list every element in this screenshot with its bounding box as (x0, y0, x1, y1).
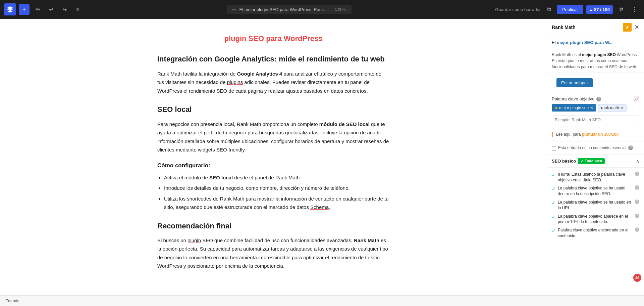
check-text-2: La palabra clave objetivo se ha usado de… (558, 185, 633, 197)
plugins-link[interactable]: plugins (227, 79, 243, 85)
check-help-4[interactable]: ? (635, 214, 639, 218)
geolocalizadas-link[interactable]: geolocalizadas (285, 130, 318, 135)
secondary-keyword-tag[interactable]: rank math ✕ (598, 104, 627, 112)
score-arrow: ▲ (589, 8, 593, 11)
toolbar: + ✏ ↩ ↪ ≡ ✏ El mejor plugin SEO para Wor… (0, 0, 644, 19)
edit-snippet-section: Editar snippet (547, 73, 644, 93)
rank-math-sidebar: Rank Math ★ ✕ El mejor plugin SEO para W… (547, 19, 644, 295)
remove-secondary-keyword[interactable]: ✕ (620, 105, 624, 110)
desc-prefix: Rank Math es el (552, 52, 582, 57)
close-sidebar-button[interactable]: ✕ (634, 24, 639, 31)
trend-icon[interactable]: 📈 (634, 96, 639, 101)
list-item: Introduce los detalles de tu negocio, co… (164, 184, 389, 192)
editor-container: plugin SEO para WordPress Integración co… (149, 19, 397, 289)
score-badge[interactable]: ▲ 87 / 100 (586, 5, 613, 14)
section2-p1: Para negocios con presencia local, Rank … (157, 120, 389, 154)
seo-check-item: ✓ La palabra clave objetivo aparece en e… (552, 212, 639, 226)
desc-bold: mejor plugin SEO (582, 52, 616, 57)
content-area[interactable]: plugin SEO para WordPress Integración co… (0, 19, 547, 295)
check-text-3: La palabra clave objetivo se ha usado en… (558, 200, 633, 211)
check-text-5: Palabra clave objetivo encontrada en el … (558, 227, 633, 239)
seo-checks-list: ✓ ¡Hurra! Estás usando la palabra clave … (547, 168, 644, 243)
section2-list: Activa el módulo de SEO local desde el p… (164, 173, 389, 212)
keywords-container: ★ mejor plugin seo ✕ rank math ✕ (552, 104, 639, 112)
post-link[interactable]: El mejor plugin SEO para W... (552, 40, 612, 45)
check-help-5[interactable]: ? (635, 227, 639, 232)
sidebar-header: Rank Math ★ ✕ (547, 19, 644, 36)
orange-note: Lee aquí para puntuar un 100/100 (552, 130, 639, 139)
check-text-4: La palabra clave objetivo aparece en el … (558, 214, 633, 225)
score-value: 87 / 100 (594, 7, 610, 12)
add-block-button[interactable]: + (19, 4, 30, 15)
essential-content-label: Esta entrada es un contenido esencial (558, 145, 626, 150)
primary-keyword-tag[interactable]: ★ mejor plugin seo ✕ (552, 104, 596, 112)
edit-mode-button[interactable]: ✏ (32, 4, 43, 15)
keyword-label-text: Palabra clave objetivo (552, 96, 594, 101)
keyword-help-icon[interactable]: ? (596, 97, 601, 101)
doc-title-text: El mejor plugin SEO para WordPress: Rank… (239, 7, 329, 12)
seo-check-item: ✓ ¡Hurra! Estás usando la palabra clave … (552, 170, 639, 184)
save-draft-button[interactable]: Guardar como borrador (495, 7, 541, 12)
essential-content-section: Esta entrada es un contenido esencial ? (547, 141, 644, 155)
editor-content: plugin SEO para WordPress Integración co… (157, 32, 389, 270)
seo-section-title: SEO básico ✓ Todo bien (552, 158, 605, 164)
tools-button[interactable]: ≡ (72, 4, 83, 15)
primary-keyword-text: mejor plugin seo (559, 105, 589, 110)
sidebar-description: Rank Math es el mejor plugin SEO WordPre… (547, 49, 644, 73)
top-partial-text: plugin SEO para WordPress (157, 32, 389, 45)
sidebar-header-actions: ★ ✕ (623, 23, 639, 32)
scroll-badge: 46 (633, 274, 641, 282)
bottom-bar-label: Entrada (5, 299, 19, 303)
post-link-section: El mejor plugin SEO para W... (547, 36, 644, 49)
chevron-up-icon: ∧ (636, 158, 639, 164)
list-item: Activa el módulo de SEO local desde el p… (164, 173, 389, 182)
doc-title-bar[interactable]: ✏ El mejor plugin SEO para WordPress: Ra… (227, 5, 352, 14)
more-options-button[interactable]: ⋮ (629, 4, 640, 15)
check-icon-2: ✓ (552, 186, 556, 192)
secondary-keyword-text: rank math (601, 105, 619, 110)
todo-bien-badge: ✓ Todo bien (578, 158, 605, 164)
score-link[interactable]: puntuar un 100/100 (582, 132, 619, 137)
check-icon-4: ✓ (552, 214, 556, 221)
check-help-3[interactable]: ? (635, 200, 639, 204)
section3-p1: Si buscas un plugin SEO que combine faci… (157, 236, 389, 270)
orange-note-section: Lee aquí para puntuar un 100/100 (547, 128, 644, 141)
check-help-2[interactable]: ? (635, 185, 639, 190)
edit-snippet-button[interactable]: Editar snippet (556, 78, 593, 87)
pencil-icon: ✏ (232, 7, 236, 12)
layout-toggle-button[interactable]: ⧉ (616, 4, 627, 15)
check-help-1[interactable]: ? (635, 172, 639, 176)
link-prefix: El (552, 40, 557, 45)
list-item: Utiliza los shortcodes de Rank Math para… (164, 194, 389, 212)
main-layout: plugin SEO para WordPress Integración co… (0, 19, 644, 295)
seo-section-header[interactable]: SEO básico ✓ Todo bien ∧ (547, 155, 644, 168)
star-button[interactable]: ★ (623, 23, 632, 32)
essential-content-checkbox[interactable] (552, 146, 556, 150)
essential-help-icon[interactable]: ? (628, 145, 633, 150)
keyword-label: Palabra clave objetivo ? 📈 (552, 96, 639, 101)
essential-content-row: Esta entrada es un contenido esencial ? (552, 143, 639, 152)
preview-button[interactable]: ⧉ (543, 4, 554, 15)
schema-link[interactable]: Schema (310, 204, 329, 210)
shortcut-hint: Ctrl+K (335, 7, 346, 12)
toolbar-right: Guardar como borrador ⧉ Publicar ▲ 87 / … (495, 4, 640, 15)
section3-heading: Recomendación final (157, 220, 389, 232)
undo-button[interactable]: ↩ (46, 4, 56, 15)
link-text: mejor plugin SEO para W... (557, 40, 612, 45)
check-text-1: ¡Hurra! Estás usando la palabra clave ob… (558, 172, 633, 183)
section2-subheading: Cómo configurarlo: (157, 161, 389, 171)
redo-button[interactable]: ↪ (59, 4, 70, 15)
plugin-link[interactable]: plugin (187, 237, 201, 243)
keyword-input[interactable] (552, 116, 639, 124)
remove-primary-keyword[interactable]: ✕ (590, 105, 593, 110)
app-logo[interactable] (4, 3, 16, 15)
seo-check-item: ✓ Palabra clave objetivo encontrada en e… (552, 226, 639, 240)
seo-section-label: SEO básico (552, 159, 576, 164)
shortcodes-link[interactable]: shortcodes (187, 196, 211, 202)
bottom-bar: Entrada (0, 295, 644, 306)
seo-check-item: ✓ La palabra clave objetivo se ha usado … (552, 184, 639, 198)
check-icon-1: ✓ (552, 172, 556, 179)
sidebar-title: Rank Math (552, 25, 576, 30)
publish-button[interactable]: Publicar (557, 5, 583, 14)
section1-heading: Integración con Google Analytics: mide e… (157, 53, 389, 65)
